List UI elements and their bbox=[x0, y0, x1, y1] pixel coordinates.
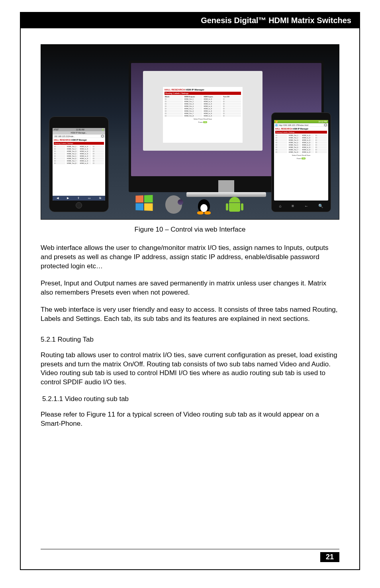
paragraph-4: Routing tab allows user to control matri… bbox=[41, 351, 339, 387]
os-icons-row bbox=[135, 195, 245, 214]
iphone-screen: AT&T 11:56 AM 🔋 HSM IP Manage... 192.168… bbox=[53, 128, 105, 201]
back-icon: ◀ bbox=[57, 197, 59, 200]
htc-device: 📶 10:12 PM 🌐 http://192.168.123.178/inde… bbox=[271, 112, 331, 212]
section-5-2-1-1: 5.2.1.1 Video routing sub tab bbox=[42, 395, 339, 403]
figure-10-image: HALL RESEARCH HSM IP Manager Routing | L… bbox=[41, 44, 339, 220]
panel-title: HALL RESEARCH HSM IP Manager bbox=[165, 88, 241, 91]
apple-icon bbox=[165, 195, 184, 214]
share-icon: ⇪ bbox=[77, 197, 80, 200]
iphone-url-bar: 192.168.123.212/inde... bbox=[53, 134, 105, 138]
hsm-panel-iphone: HALL RESEARCH HSM IP Manager Routing | L… bbox=[53, 138, 105, 165]
globe-icon: 🌐 bbox=[275, 124, 278, 126]
hsm-panel-desktop: HALL RESEARCH HSM IP Manager Routing | L… bbox=[163, 87, 243, 143]
paragraph-5: Please refer to Figure 11 for a typical … bbox=[41, 410, 339, 429]
reload-icon bbox=[324, 124, 327, 126]
htc-screen: 📶 10:12 PM 🌐 http://192.168.123.178/inde… bbox=[274, 120, 328, 201]
forward-icon: ▶ bbox=[67, 197, 69, 200]
search-icon: 🔍 bbox=[318, 204, 323, 208]
linux-tux-icon bbox=[196, 195, 215, 214]
document-page: Genesis Digital™ HDMI Matrix Switches HA… bbox=[20, 12, 360, 570]
power-row: Power ON bbox=[165, 121, 241, 123]
page-header: Genesis Digital™ HDMI Matrix Switches bbox=[21, 13, 359, 28]
iphone-toolbar: ◀ ▶ ⇪ ▭ ⧉ bbox=[53, 196, 105, 201]
iphone-page-label: HSM IP Manage... bbox=[53, 131, 105, 134]
page-content: HALL RESEARCH HSM IP Manager Routing | L… bbox=[21, 28, 359, 468]
android-icon bbox=[226, 195, 245, 214]
tabs-icon: ⧉ bbox=[99, 197, 101, 200]
paragraph-3: The web interface is very user friendly … bbox=[41, 305, 339, 324]
paragraph-2: Preset, Input and Output names are saved… bbox=[41, 279, 339, 297]
iphone-status-bar: AT&T 11:56 AM 🔋 bbox=[53, 128, 105, 131]
htc-url-bar: 🌐 http://192.168.123.178/index.html bbox=[274, 123, 328, 127]
iphone-device: AT&T 11:56 AM 🔋 HSM IP Manage... 192.168… bbox=[49, 116, 109, 212]
hsm-panel-htc: HALL RESEARCH HSM IP Manager Routing | L… bbox=[274, 127, 328, 160]
home-icon: ⌂ bbox=[279, 204, 282, 208]
bookmarks-icon: ▭ bbox=[88, 197, 91, 200]
panel-tabs: Routing | Labels | Settings bbox=[165, 92, 241, 95]
back-icon: ← bbox=[304, 204, 308, 208]
page-number: 21 bbox=[320, 552, 339, 562]
header-title: Genesis Digital™ HDMI Matrix Switches bbox=[201, 16, 351, 25]
iphone-home-button bbox=[76, 202, 82, 208]
figure-caption: Figure 10 – Control via web Interface bbox=[41, 226, 339, 234]
htc-status-bar: 📶 10:12 PM bbox=[274, 120, 328, 123]
footer-rule bbox=[41, 549, 339, 549]
browser-window: HALL RESEARCH HSM IP Manager Routing | L… bbox=[143, 71, 262, 151]
menu-icon: ≡ bbox=[292, 204, 294, 208]
paragraph-1: Web interface allows the user to change/… bbox=[41, 244, 339, 271]
reload-icon bbox=[101, 135, 104, 138]
windows-icon bbox=[135, 195, 154, 214]
htc-nav-bar: ⌂ ≡ ← 🔍 bbox=[274, 202, 328, 209]
section-5-2-1: 5.2.1 Routing Tab bbox=[41, 336, 339, 344]
preset-row: Select Preset Recall Save bbox=[165, 118, 241, 120]
